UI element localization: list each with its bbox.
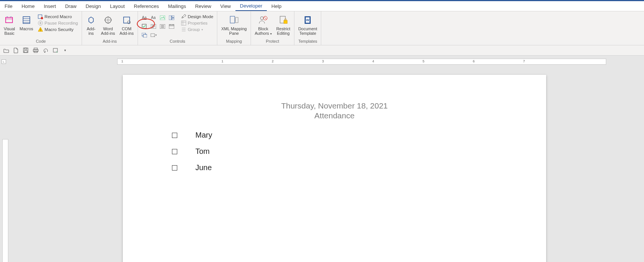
xml-mapping-label: XML Mapping Pane <box>221 26 246 36</box>
svg-rect-5 <box>40 22 40 24</box>
tab-references[interactable]: References <box>129 1 163 11</box>
svg-rect-34 <box>25 48 27 50</box>
record-macro-label: Record Macro <box>45 14 72 19</box>
tab-review[interactable]: Review <box>190 1 216 11</box>
doc-title[interactable]: Attendance <box>172 111 497 120</box>
attendee-name[interactable]: June <box>195 163 212 172</box>
macros-icon <box>21 14 32 26</box>
macros-button[interactable]: Macros <box>18 14 35 32</box>
design-mode-label: Design Mode <box>188 14 214 19</box>
attendance-row: Mary <box>172 131 497 140</box>
svg-rect-6 <box>40 22 41 24</box>
macro-security-button[interactable]: ! Macro Security <box>36 26 79 33</box>
pause-recording-icon <box>38 20 43 26</box>
tab-insert[interactable]: Insert <box>39 1 61 11</box>
page-area: Thursday, November 18, 2021 Attendance M… <box>0 65 644 262</box>
tab-design[interactable]: Design <box>81 1 105 11</box>
word-addins-label: Word Add-ins <box>101 26 115 36</box>
macros-label: Macros <box>20 26 33 31</box>
plain-text-control-icon[interactable]: Aa <box>149 14 158 22</box>
svg-point-8 <box>105 17 111 23</box>
svg-rect-29 <box>284 20 287 23</box>
svg-rect-39 <box>53 48 57 52</box>
doc-date[interactable]: Thursday, November 18, 2021 <box>172 101 497 110</box>
document-page[interactable]: Thursday, November 18, 2021 Attendance M… <box>123 75 546 262</box>
chevron-down-icon: ▾ <box>270 32 272 36</box>
macro-security-icon: ! <box>38 27 43 32</box>
svg-rect-23 <box>181 21 186 25</box>
ruler-tick: 2 <box>272 59 274 63</box>
tab-draw[interactable]: Draw <box>60 1 81 11</box>
record-macro-button[interactable]: Record Macro <box>36 14 79 20</box>
checkbox-control[interactable] <box>172 133 177 138</box>
attendance-row: Tom <box>172 147 497 156</box>
customize-qat-icon[interactable]: ▾ <box>62 47 68 53</box>
ruler-tick: 1 <box>121 59 123 63</box>
svg-rect-0 <box>6 17 12 23</box>
refresh-icon[interactable] <box>52 47 58 53</box>
ribbon-tabs: File Home Insert Draw Design Layout Refe… <box>0 1 644 11</box>
restrict-editing-label: Restrict Editing <box>276 26 290 36</box>
group-addins-label: Add-ins <box>84 39 135 44</box>
new-doc-icon[interactable] <box>13 47 19 53</box>
attendance-row: June <box>172 163 497 172</box>
svg-point-9 <box>107 19 109 21</box>
checkbox-control[interactable] <box>172 149 177 154</box>
date-picker-control-icon[interactable] <box>167 22 176 30</box>
svg-rect-25 <box>235 17 238 23</box>
rich-text-control-icon[interactable]: Aa <box>140 14 149 22</box>
building-block-control-icon[interactable] <box>167 14 176 22</box>
restrict-editing-icon <box>278 14 289 26</box>
checkbox-control[interactable] <box>172 165 177 171</box>
com-addins-button[interactable]: COM Add-ins <box>118 14 135 36</box>
vertical-ruler[interactable] <box>2 139 8 262</box>
restrict-editing-button[interactable]: Restrict Editing <box>275 14 292 36</box>
block-authors-icon <box>258 14 268 26</box>
repeating-section-control-icon[interactable] <box>140 31 149 39</box>
svg-point-26 <box>260 17 263 20</box>
group-templates-label: Templates <box>297 39 319 44</box>
print-icon[interactable] <box>33 47 39 53</box>
check-box-control-icon[interactable] <box>140 22 149 30</box>
undo-icon[interactable] <box>42 47 48 53</box>
tab-view[interactable]: View <box>216 1 235 11</box>
design-mode-icon <box>181 14 186 19</box>
addins-button[interactable]: Add- ins <box>84 14 98 36</box>
dropdown-list-control-icon[interactable] <box>158 22 167 30</box>
tab-home[interactable]: Home <box>17 1 39 11</box>
combo-box-control-icon[interactable] <box>149 22 158 30</box>
tab-layout[interactable]: Layout <box>105 1 129 11</box>
document-template-button[interactable]: W Document Template <box>297 14 319 36</box>
group-controls-label: Controls <box>140 39 215 44</box>
ruler-tick: 6 <box>473 59 475 63</box>
picture-control-icon[interactable] <box>158 14 167 22</box>
addins-icon <box>86 14 96 26</box>
xml-mapping-button[interactable]: XML Mapping Pane <box>220 14 248 36</box>
tab-mailings[interactable]: Mailings <box>164 1 191 11</box>
macro-security-label: Macro Security <box>45 27 74 32</box>
legacy-tools-icon[interactable]: ▾ <box>149 31 158 39</box>
group-code-label: Code <box>2 39 79 44</box>
group-addins: Add- ins Word Add-ins COM Add-ins Add-in… <box>82 11 138 45</box>
properties-icon <box>181 20 186 26</box>
tab-file[interactable]: File <box>0 1 17 11</box>
group-templates: W Document Template Templates <box>294 11 321 45</box>
attendee-name[interactable]: Mary <box>195 131 212 140</box>
group-code: Visual Basic Macros Record Macro Pause R… <box>0 11 82 45</box>
group-button: Group ▾ <box>180 26 215 33</box>
open-icon[interactable] <box>3 47 9 53</box>
block-authors-button[interactable]: Block Authors ▾ <box>253 14 273 37</box>
horizontal-ruler[interactable]: 1 1 2 3 4 5 6 7 <box>117 59 606 65</box>
attendee-name[interactable]: Tom <box>195 147 210 156</box>
design-mode-button[interactable]: Design Mode <box>180 14 215 20</box>
save-icon[interactable] <box>23 47 29 53</box>
com-addins-icon <box>121 14 132 26</box>
tab-help[interactable]: Help <box>267 1 286 11</box>
tab-developer[interactable]: Developer <box>235 1 267 11</box>
word-addins-button[interactable]: Word Add-ins <box>99 14 116 36</box>
group-mapping: XML Mapping Pane Mapping <box>217 11 251 45</box>
word-addins-icon <box>103 14 113 26</box>
ribbon: Visual Basic Macros Record Macro Pause R… <box>0 11 644 45</box>
svg-rect-36 <box>34 48 37 50</box>
visual-basic-button[interactable]: Visual Basic <box>2 14 17 36</box>
